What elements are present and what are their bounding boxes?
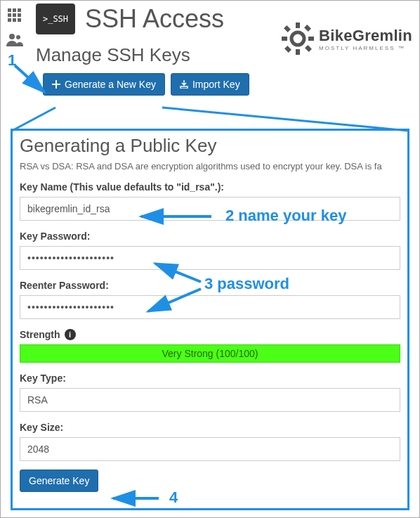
svg-rect-16 [282, 37, 287, 41]
strength-label: Strength i [20, 329, 400, 340]
generate-new-key-label: Generate a New Key [65, 79, 156, 90]
panel-description: RSA vs DSA: RSA and DSA are encryption a… [20, 161, 400, 171]
svg-point-10 [16, 35, 20, 39]
key-name-input[interactable] [20, 197, 400, 221]
svg-rect-15 [296, 49, 300, 55]
reenter-password-input[interactable] [20, 295, 400, 319]
svg-rect-17 [308, 37, 314, 41]
key-password-input[interactable] [20, 246, 400, 270]
generate-key-button[interactable]: Generate Key [20, 470, 98, 492]
svg-rect-20 [304, 25, 311, 32]
brand-name: BikeGremlin [319, 27, 412, 45]
generate-key-label: Generate Key [29, 475, 89, 486]
sidebar [1, 1, 29, 120]
svg-rect-21 [284, 46, 291, 53]
import-key-button[interactable]: Import Key [171, 73, 249, 96]
svg-rect-2 [18, 8, 21, 12]
ssh-logo-icon: >_SSH [36, 4, 75, 34]
info-icon[interactable]: i [65, 329, 76, 340]
svg-rect-0 [8, 8, 11, 12]
plus-icon [52, 80, 60, 89]
brand-logo: BikeGremlin MOSTLY HARMLESS ™ [281, 22, 412, 56]
svg-rect-5 [18, 13, 21, 17]
svg-rect-1 [13, 8, 16, 12]
svg-rect-3 [8, 13, 11, 17]
key-size-select[interactable] [20, 437, 400, 461]
strength-meter: Very Strong (100/100) [20, 344, 400, 363]
gear-icon [281, 22, 315, 56]
import-key-label: Import Key [192, 79, 240, 90]
svg-rect-19 [305, 45, 312, 52]
generate-key-panel: Generating a Public Key RSA vs DSA: RSA … [11, 129, 409, 510]
reenter-password-label: Reenter Password: [20, 280, 400, 291]
page-title: SSH Access [85, 4, 224, 34]
brand-tagline: MOSTLY HARMLESS ™ [319, 45, 412, 51]
svg-rect-7 [13, 18, 16, 22]
users-icon[interactable] [1, 27, 29, 51]
import-icon [180, 80, 188, 89]
key-name-label: Key Name (This value defaults to "id_rsa… [20, 181, 400, 193]
svg-rect-14 [296, 22, 300, 28]
svg-rect-18 [284, 25, 291, 32]
svg-rect-12 [52, 84, 60, 85]
key-type-select[interactable] [20, 388, 400, 412]
svg-rect-6 [8, 18, 11, 22]
generate-new-key-button[interactable]: Generate a New Key [43, 73, 165, 96]
apps-grid-icon[interactable] [1, 4, 29, 27]
key-password-label: Key Password: [20, 231, 400, 242]
key-size-label: Key Size: [20, 422, 400, 433]
svg-rect-4 [13, 13, 16, 17]
strength-label-text: Strength [20, 329, 60, 340]
svg-point-13 [291, 32, 304, 45]
svg-point-9 [9, 34, 15, 39]
panel-title: Generating a Public Key [20, 135, 400, 157]
svg-rect-8 [18, 18, 21, 22]
key-type-label: Key Type: [20, 373, 400, 384]
